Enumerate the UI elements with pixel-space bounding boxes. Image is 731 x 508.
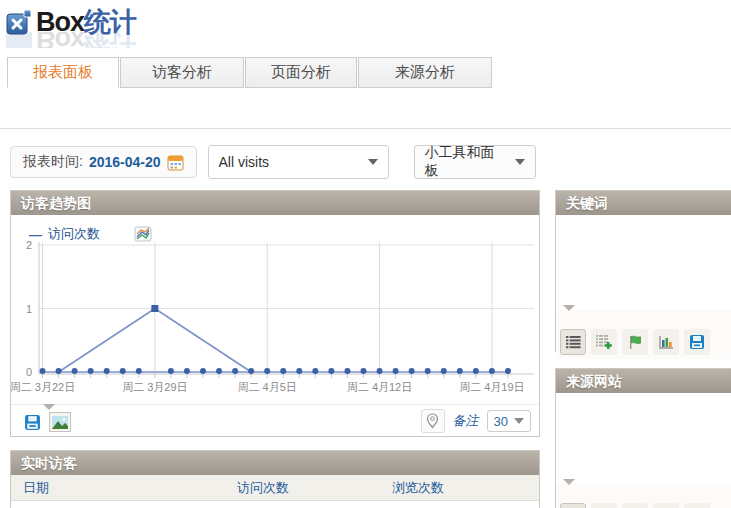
filter-bar: 报表时间: 2016-04-20 All visits 小工具和面板 bbox=[10, 145, 536, 179]
report-date-selector[interactable]: 报表时间: 2016-04-20 bbox=[10, 146, 197, 178]
segment-selector[interactable]: All visits bbox=[208, 145, 389, 179]
referrer-websites-body bbox=[556, 393, 731, 484]
goal-flag-icon[interactable] bbox=[622, 329, 648, 355]
chevron-down-icon bbox=[514, 418, 524, 424]
column-header-date[interactable]: 日期 bbox=[23, 475, 49, 501]
goal-flag-icon[interactable] bbox=[622, 503, 648, 508]
tab-page-analysis[interactable]: 页面分析 bbox=[245, 57, 357, 88]
realtime-visitors-widget: 实时访客 日期 访问次数 浏览次数 bbox=[10, 450, 540, 508]
visitor-trend-header[interactable]: 访客趋势图 bbox=[11, 191, 539, 215]
keywords-body bbox=[556, 215, 731, 310]
calendar-icon[interactable] bbox=[167, 154, 184, 171]
chevron-down-icon bbox=[515, 159, 525, 165]
keywords-header[interactable]: 关键词 bbox=[556, 191, 731, 215]
collapse-arrow-icon[interactable] bbox=[563, 479, 575, 502]
column-header-pageviews[interactable]: 浏览次数 bbox=[392, 475, 444, 501]
keywords-footer bbox=[556, 310, 731, 359]
segment-selector-value: All visits bbox=[219, 154, 270, 170]
logo-box-icon bbox=[6, 9, 32, 36]
app-logo[interactable]: Box统计 bbox=[6, 4, 136, 40]
svg-text:0: 0 bbox=[26, 366, 32, 378]
chart-export-icons bbox=[21, 412, 71, 432]
referrer-websites-widget: 来源网站 bbox=[555, 368, 731, 508]
header-divider bbox=[0, 128, 731, 129]
referrer-websites-header[interactable]: 来源网站 bbox=[556, 369, 731, 393]
export-disk-icon[interactable] bbox=[21, 412, 43, 432]
bar-chart-icon[interactable] bbox=[653, 329, 679, 355]
svg-text:周二 3月22日: 周二 3月22日 bbox=[11, 381, 75, 393]
table-all-columns-icon[interactable] bbox=[591, 329, 617, 355]
chart-footer-right: 备注 30 bbox=[421, 409, 531, 433]
realtime-table-header-row: 日期 访问次数 浏览次数 bbox=[11, 475, 539, 501]
legend-line-swatch: — bbox=[29, 227, 42, 242]
svg-text:周二 3月29日: 周二 3月29日 bbox=[122, 381, 187, 393]
report-date-value: 2016-04-20 bbox=[89, 154, 161, 170]
annotation-pin-icon[interactable] bbox=[421, 409, 445, 433]
chart-footer: 备注 30 bbox=[11, 404, 539, 436]
column-header-visits[interactable]: 访问次数 bbox=[237, 475, 289, 501]
tab-report-dashboard[interactable]: 报表面板 bbox=[7, 57, 119, 88]
svg-text:周二 4月19日: 周二 4月19日 bbox=[459, 381, 524, 393]
tab-visitor-analysis[interactable]: 访客分析 bbox=[120, 57, 244, 88]
chart-options-icon[interactable] bbox=[134, 226, 152, 242]
logo-text: Box统计 bbox=[36, 4, 136, 40]
widgets-and-dashboard-button[interactable]: 小工具和面板 bbox=[414, 145, 536, 179]
report-view-icons bbox=[560, 329, 731, 355]
visitor-trend-chart-area: 012周二 3月22日周二 3月29日周二 4月5日周二 4月12日周二 4月1… bbox=[11, 215, 539, 404]
realtime-visitors-header[interactable]: 实时访客 bbox=[11, 451, 539, 475]
main-tab-bar: 报表面板 访客分析 页面分析 来源分析 bbox=[7, 57, 493, 88]
dashboard-page: Box统计 Box统计 报表面板 访客分析 页面分析 来源分析 报表时间: 20… bbox=[0, 0, 731, 508]
chevron-down-icon bbox=[368, 159, 378, 165]
trend-chart-svg: 012周二 3月22日周二 3月29日周二 4月5日周二 4月12日周二 4月1… bbox=[11, 215, 539, 404]
widgets-button-label: 小工具和面板 bbox=[425, 144, 507, 180]
svg-text:1: 1 bbox=[26, 303, 32, 315]
table-all-columns-icon[interactable] bbox=[591, 503, 617, 508]
collapse-arrow-icon[interactable] bbox=[563, 305, 575, 328]
svg-text:周二 4月5日: 周二 4月5日 bbox=[238, 381, 297, 393]
rows-count-value: 30 bbox=[494, 414, 508, 429]
report-date-label: 报表时间: bbox=[23, 153, 83, 171]
image-export-icon[interactable] bbox=[49, 412, 71, 432]
referrer-websites-footer bbox=[556, 484, 731, 508]
table-view-icon[interactable] bbox=[560, 329, 586, 355]
rows-count-dropdown[interactable]: 30 bbox=[487, 410, 531, 432]
visitor-trend-widget: 访客趋势图 012周二 3月22日周二 3月29日周二 4月5日周二 4月12日… bbox=[10, 190, 540, 437]
svg-text:周二 4月12日: 周二 4月12日 bbox=[347, 381, 412, 393]
annotations-link[interactable]: 备注 bbox=[453, 412, 479, 430]
chart-legend: — 访问次数 bbox=[29, 225, 152, 243]
export-disk-icon[interactable] bbox=[684, 503, 710, 508]
collapse-arrow-icon[interactable] bbox=[43, 404, 55, 410]
keywords-widget: 关键词 bbox=[555, 190, 731, 352]
legend-series-label: 访问次数 bbox=[48, 225, 100, 243]
report-view-icons bbox=[560, 503, 731, 508]
table-view-icon[interactable] bbox=[560, 503, 586, 508]
bar-chart-icon[interactable] bbox=[653, 503, 679, 508]
tab-source-analysis[interactable]: 来源分析 bbox=[358, 57, 492, 88]
export-disk-icon[interactable] bbox=[684, 329, 710, 355]
